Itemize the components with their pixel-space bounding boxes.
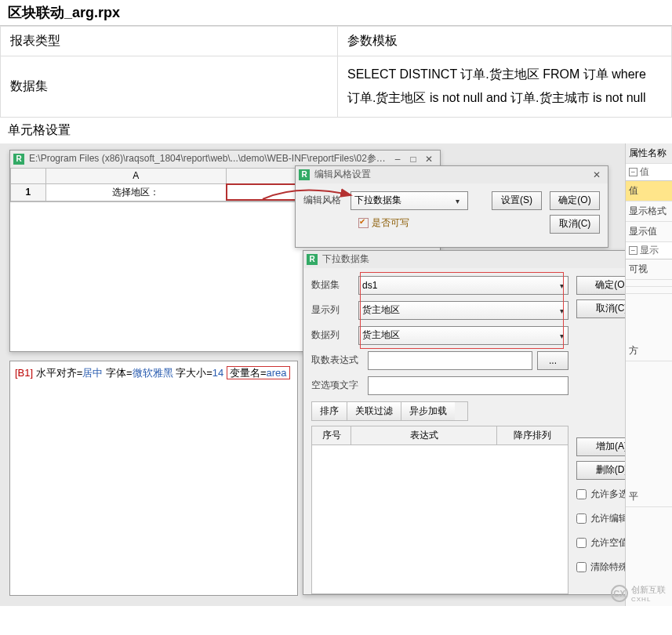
section-cell-settings: 单元格设置 xyxy=(0,118,672,143)
col-expr: 表达式 xyxy=(351,426,497,444)
dropdown-dialog: R 下拉数据集 ✕ 数据集 ▾ 显示列 ▾ 数据列 ▾ 取数表达式 xyxy=(303,250,656,595)
chk-clear[interactable] xyxy=(576,562,587,572)
info-value-type: 参数模板 xyxy=(338,27,672,56)
prop-display-format[interactable]: 显示格式 xyxy=(626,201,672,222)
edit-style-titlebar[interactable]: R 编辑风格设置 ✕ xyxy=(296,166,608,183)
b1-var-label: 变量名= xyxy=(230,367,267,379)
data-col-label: 数据列 xyxy=(311,328,358,342)
dropdown-titlebar[interactable]: R 下拉数据集 ✕ xyxy=(303,251,655,268)
logo-icon: CX xyxy=(611,585,628,602)
b1-size-val: 14 xyxy=(212,367,223,379)
edit-style-cancel-button[interactable]: 取消(C) xyxy=(550,215,600,234)
chk-multi-label: 允许多选 xyxy=(590,488,628,501)
dataset-select[interactable] xyxy=(358,276,568,295)
b1-font-label: 字体= xyxy=(106,367,133,379)
col-index: 序号 xyxy=(312,426,351,444)
info-value-dataset: SELECT DISTINCT 订单.货主地区 FROM 订单 where 订单… xyxy=(338,56,672,118)
fetch-expr-input[interactable] xyxy=(368,351,532,370)
tab-sort[interactable]: 排序 xyxy=(312,402,347,420)
info-table: 报表类型 参数模板 数据集 SELECT DISTINCT 订单.货主地区 FR… xyxy=(0,26,672,118)
designer-title: E:\Program Files (x86)\raqsoft_1804\repo… xyxy=(29,152,390,165)
chk-edit[interactable] xyxy=(576,513,587,524)
col-header-a[interactable]: A xyxy=(45,168,226,183)
edit-style-dialog: R 编辑风格设置 ✕ 编辑风格 ▾ 设置(S) 是否可写 xyxy=(295,165,608,248)
app-icon: R xyxy=(13,154,24,165)
info-row-type: 报表类型 参数模板 xyxy=(1,27,672,56)
b1-align-label: 水平对齐= xyxy=(36,367,83,379)
chk-null[interactable] xyxy=(576,538,587,548)
browse-button[interactable]: ... xyxy=(537,351,568,370)
data-col-select[interactable] xyxy=(358,326,568,345)
prop-extra4[interactable]: 平 xyxy=(626,487,672,507)
writable-checkbox[interactable] xyxy=(358,218,369,228)
b1-ref: [B1] xyxy=(15,367,36,379)
prop-value[interactable]: 值 xyxy=(626,181,672,201)
b1-font-val: 微软雅黑 xyxy=(133,367,173,379)
b1-var-val: area xyxy=(266,367,286,379)
dataset-label: 数据集 xyxy=(311,278,358,292)
maximize-icon[interactable]: □ xyxy=(405,154,421,165)
display-col-label: 显示列 xyxy=(311,303,358,317)
dropdown-title: 下拉数据集 xyxy=(322,252,636,266)
close-icon[interactable]: ✕ xyxy=(421,154,437,165)
tree-collapse-icon[interactable]: − xyxy=(629,168,637,176)
empty-text-label: 空选项文字 xyxy=(311,379,368,392)
b1-size-label: 字大小= xyxy=(176,367,212,379)
info-label-dataset: 数据集 xyxy=(1,56,338,118)
fetch-expr-label: 取数表达式 xyxy=(311,354,368,367)
writable-label: 是否可写 xyxy=(372,216,409,230)
footer-sub: CXHL xyxy=(631,596,666,603)
row-header-1[interactable]: 1 xyxy=(11,183,46,201)
prop-extra1[interactable]: 方 xyxy=(626,341,672,361)
settings-button[interactable]: 设置(S) xyxy=(492,191,542,210)
b1-info-panel: [B1] 水平对齐=居中 字体=微软雅黑 字大小=14 变量名=area xyxy=(9,361,298,596)
sort-list-header: 序号 表达式 降序排列 xyxy=(311,426,568,445)
tab-filter[interactable]: 关联过滤 xyxy=(347,402,401,420)
empty-text-input[interactable] xyxy=(368,376,568,395)
tab-async[interactable]: 异步加载 xyxy=(401,402,455,420)
prop-visible[interactable]: 可视 xyxy=(626,259,672,280)
props-header: 属性名称 xyxy=(626,143,672,164)
edit-style-ok-button[interactable]: 确定(O) xyxy=(550,191,600,210)
cell-a1[interactable]: 选择地区： xyxy=(45,183,226,201)
chk-null-label: 允许空值 xyxy=(590,536,628,550)
editor-area: R E:\Program Files (x86)\raqsoft_1804\re… xyxy=(0,143,672,606)
minimize-icon[interactable]: – xyxy=(390,154,405,165)
b1-align-val: 居中 xyxy=(82,367,103,379)
info-row-dataset: 数据集 SELECT DISTINCT 订单.货主地区 FROM 订单 wher… xyxy=(1,56,672,118)
footer-text: 创新互联 xyxy=(631,584,666,596)
chk-multi[interactable] xyxy=(576,489,587,499)
col-desc: 降序排列 xyxy=(497,426,568,444)
grid-corner[interactable] xyxy=(11,168,46,183)
dialog-icon: R xyxy=(299,169,310,180)
info-label-type: 报表类型 xyxy=(1,27,338,56)
edit-style-label: 编辑风格 xyxy=(303,194,351,207)
footer-watermark: CX 创新互联 CXHL xyxy=(611,584,666,603)
display-col-select[interactable] xyxy=(358,301,568,320)
page-title: 区块联动_arg.rpx xyxy=(0,0,672,26)
dialog-icon: R xyxy=(307,254,318,265)
sort-list-body[interactable] xyxy=(311,445,568,594)
edit-style-select[interactable] xyxy=(351,191,468,210)
sort-tabs: 排序 关联过滤 异步加载 xyxy=(311,401,468,421)
props-group: −值 xyxy=(626,164,672,181)
prop-row-a[interactable] xyxy=(626,280,672,287)
chk-edit-label: 允许编辑 xyxy=(590,512,628,525)
edit-style-title: 编辑风格设置 xyxy=(314,168,589,181)
prop-row-b[interactable] xyxy=(626,287,672,294)
prop-display-value[interactable]: 显示值 xyxy=(626,222,672,242)
edit-style-close-icon[interactable]: ✕ xyxy=(589,169,605,180)
props-group-display: −显示 xyxy=(626,242,672,259)
properties-panel[interactable]: 属性名称 −值 值 显示格式 显示值 −显示 可视 方 平 xyxy=(625,143,672,606)
tree-collapse-icon[interactable]: − xyxy=(629,246,637,255)
